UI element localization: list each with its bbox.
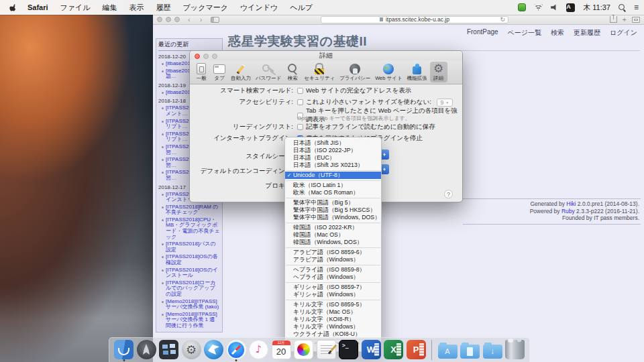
sidebar-link[interactable]: [ITPASS2018]RAM の不良チェック xyxy=(166,204,220,216)
back-button[interactable]: ‹ xyxy=(183,16,195,23)
sidebar-link[interactable]: [Memo2018][ITPASS]サーバ交換作業 (tako) xyxy=(166,299,220,310)
encoding-menu-item[interactable]: 繁体字中国語（Big 5） xyxy=(285,199,381,206)
min-font-size-checkbox[interactable] xyxy=(297,99,303,105)
menubar-menu[interactable]: ファイル xyxy=(54,3,97,11)
sidebar-link[interactable]: [ITPASS2018]バスの設定 xyxy=(166,241,220,253)
encoding-menu-item[interactable]: 繁体字中国語（Big 5 HKSCS） xyxy=(285,206,381,214)
encoding-menu-item[interactable]: キリル文字（Windows） xyxy=(285,323,381,330)
encoding-menu-label: 日本語（EUC） xyxy=(293,154,335,162)
share-icon[interactable] xyxy=(610,16,617,23)
volume-icon[interactable] xyxy=(551,4,558,11)
menubar-menu[interactable]: 表示 xyxy=(123,3,150,11)
green-app-menu-icon[interactable] xyxy=(518,3,526,11)
minimize-button[interactable] xyxy=(166,17,171,22)
close-button[interactable] xyxy=(195,54,200,59)
menubar-menu[interactable]: 編集 xyxy=(97,3,123,11)
dock-item-trash[interactable] xyxy=(505,339,525,361)
menubar-clock[interactable]: 木 11:37 xyxy=(583,3,610,13)
encoding-menu-item[interactable]: ギリシャ語（Windows） xyxy=(285,291,381,298)
page-nav-link[interactable]: ページ一覧 xyxy=(508,28,541,38)
encoding-menu-item[interactable]: アラビア語（Windows） xyxy=(285,256,381,263)
encoding-menu-item[interactable]: 日本語（EUC） xyxy=(285,154,381,162)
bullet-icon xyxy=(162,194,164,196)
offline-reading-checkbox[interactable] xyxy=(297,124,303,130)
menubar-menu[interactable]: 履歴 xyxy=(150,3,177,11)
dock-item-terminal[interactable]: >_ xyxy=(339,339,358,361)
encoding-menu-item[interactable]: ギリシャ語（ISO 8859-7） xyxy=(285,284,381,291)
encoding-menu-item[interactable]: 日本語（Shift JIS X0213） xyxy=(285,162,381,169)
encoding-menu-item[interactable]: キリル文字（KOI8-R） xyxy=(285,316,381,323)
menubar-menu[interactable]: ウインドウ xyxy=(234,3,284,11)
dock-item-excel[interactable]: X xyxy=(384,339,403,361)
dock-item-calendar[interactable]: 12月20 xyxy=(272,339,291,361)
minimize-button-disabled xyxy=(203,54,209,59)
zoom-button[interactable] xyxy=(174,17,180,22)
sidebar-link[interactable]: [ITPASS2018]OSの各種設定 xyxy=(166,254,220,265)
menubar-menu[interactable]: ブックマーク xyxy=(177,3,234,11)
encoding-menu-item[interactable]: 欧米（Mac OS Roman） xyxy=(285,189,381,196)
encoding-menu-label: 韓国語（Windows, DOS） xyxy=(293,239,363,246)
dock-item-folder-downloads[interactable] xyxy=(483,339,502,361)
spotlight-icon[interactable] xyxy=(619,4,626,11)
hiki-link[interactable]: Hiki xyxy=(566,200,576,207)
page-nav-link[interactable]: ログイン xyxy=(610,28,637,38)
dock-item-textedit[interactable] xyxy=(317,339,336,361)
menubar-menu[interactable]: ヘルプ xyxy=(284,3,319,11)
dock-item-mission-control[interactable] xyxy=(159,339,178,361)
footer-line: Founded by IT pass members. xyxy=(464,215,639,222)
page-nav-link[interactable]: 検索 xyxy=(551,28,564,38)
help-button[interactable]: ? xyxy=(444,190,453,198)
dock-item-system-preferences[interactable] xyxy=(182,339,201,361)
dock-item-photos[interactable] xyxy=(294,339,313,361)
menu-separator xyxy=(286,265,380,265)
sidebar-link[interactable]: [ITPASS2018]OSのインストール xyxy=(166,267,220,279)
apple-menu-icon[interactable] xyxy=(5,3,21,12)
encoding-menu-item[interactable]: 欧米（ISO Latin 1） xyxy=(285,182,381,189)
bullet-icon xyxy=(162,70,164,72)
encoding-menu-item[interactable]: ヘブライ語（Windows） xyxy=(285,274,381,281)
encoding-menu-item[interactable]: 韓国語（ISO 2022-KR） xyxy=(285,224,381,231)
dock-item-folder-documents[interactable] xyxy=(460,339,480,361)
encoding-menu-item[interactable]: 日本語（ISO 2022-JP） xyxy=(285,147,381,154)
dock-item-thunderbird[interactable] xyxy=(204,339,223,361)
input-source-icon[interactable]: A xyxy=(566,3,575,12)
address-bar[interactable]: itpass.scitec.kobe-u.ac.jp ↻ xyxy=(321,16,508,23)
encoding-menu-item[interactable]: 日本語（Shift JIS） xyxy=(285,139,381,147)
dock-item-launchpad[interactable] xyxy=(137,339,156,361)
new-tab-icon[interactable]: + xyxy=(623,16,627,23)
checkbox-label: Web サイトの完全なアドレスを表示 xyxy=(306,86,411,95)
security-icon xyxy=(313,63,326,74)
reload-icon[interactable]: ↻ xyxy=(500,17,505,23)
encoding-menu-item[interactable]: ✓Unicode（UTF-8） xyxy=(285,172,381,179)
font-size-popup[interactable]: 9▼ xyxy=(437,99,453,107)
dock-item-word[interactable]: W xyxy=(362,339,381,361)
page-nav-link[interactable]: FrontPage xyxy=(467,28,498,38)
sidebar-link[interactable]: [ITPASS2018]CPU・MB・グラフィックボード・電源の不良チェック xyxy=(166,217,220,240)
dock-item-itunes[interactable] xyxy=(249,339,268,361)
menubar-app-name[interactable]: Safari xyxy=(21,3,54,11)
notification-center-icon[interactable]: ≡ xyxy=(634,3,639,11)
ruby-link[interactable]: Ruby xyxy=(561,208,575,215)
encoding-menu-item[interactable]: ヘブライ語（ISO 8859-8） xyxy=(285,266,381,274)
forward-button[interactable]: › xyxy=(195,16,207,23)
dock-item-safari[interactable] xyxy=(227,339,246,361)
encoding-menu-item[interactable]: 韓国語（Mac OS） xyxy=(285,231,381,239)
page-nav-link[interactable]: 更新履歴 xyxy=(574,28,600,38)
encoding-menu-item[interactable]: キリル文字（ISO 8859-5） xyxy=(285,301,381,308)
encoding-menu-item[interactable]: キリル文字（Mac OS） xyxy=(285,308,381,316)
encoding-menu-item[interactable]: 繁体字中国語（Windows, DOS） xyxy=(285,214,381,221)
passwords-icon xyxy=(262,63,275,74)
dock-item-folder-applications[interactable] xyxy=(438,339,458,361)
close-button[interactable] xyxy=(157,17,162,22)
wifi-icon[interactable] xyxy=(534,4,543,11)
encoding-menu-item[interactable]: アラビア語（ISO 8859-6） xyxy=(285,249,381,256)
show-full-address-checkbox[interactable] xyxy=(297,88,303,94)
dock-item-finder[interactable] xyxy=(114,339,133,361)
dialog-titlebar[interactable]: 詳細 xyxy=(190,51,462,60)
encoding-menu-item[interactable]: 韓国語（Windows, DOS） xyxy=(285,239,381,246)
sidebar-toggle-button[interactable] xyxy=(211,17,219,23)
sidebar-link[interactable]: [ITPASS2018]ローカルでのバックアップの設定 xyxy=(166,280,220,298)
tab-overview-icon[interactable] xyxy=(632,17,640,23)
sidebar-link[interactable]: [Memo2018][ITPASS]サーバ交換作業 1 週間後に行う作業 xyxy=(166,312,220,329)
dock-item-powerpoint[interactable]: P xyxy=(407,339,426,361)
